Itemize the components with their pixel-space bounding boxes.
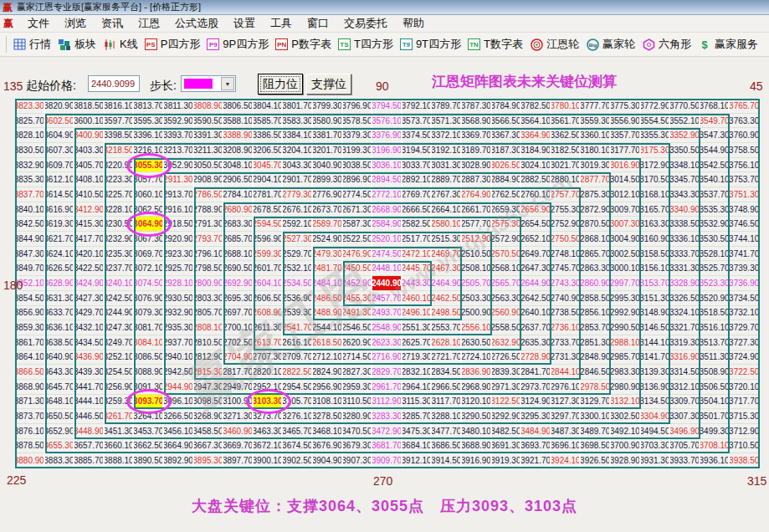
grid-cell: 3648.10 (45, 395, 75, 410)
menu-item-4[interactable]: 公式选股 (167, 16, 226, 31)
grid-cell: 3348.10 (670, 158, 700, 173)
grid-cell: 2452.90 (343, 276, 373, 291)
svg-text:Big: Big (588, 43, 597, 48)
toolbar-item-9[interactable]: 江恩轮 (530, 37, 579, 52)
grid-cell: 3734.50 (730, 291, 760, 306)
step-color-select[interactable]: ▼ (181, 75, 236, 92)
grid-cell: 3132.10 (611, 395, 641, 410)
toolbar-item-5[interactable]: PNP数字表 (275, 37, 331, 52)
toolbar-item-1[interactable]: 板块 (58, 37, 96, 52)
grid-cell: 2570.50 (492, 247, 522, 262)
grid-cell: 3141.70 (641, 350, 671, 366)
support-button[interactable]: 支撑位 (306, 74, 351, 95)
grid-cell: 3088.90 (134, 365, 164, 380)
grid-cell: 3105.70 (283, 395, 313, 410)
grid-cell: 3074.50 (134, 276, 164, 291)
menu-item-6[interactable]: 工具 (263, 16, 300, 31)
menu-item-0[interactable]: 文件 (20, 16, 57, 31)
grid-cell: 2541.70 (283, 320, 313, 335)
grid-cell: 3326.50 (670, 291, 700, 306)
grid-cell: 2870.50 (581, 217, 611, 232)
title-bar: 赢 赢家江恩专业版[赢家服务平台] - [价格正方形] (0, 0, 769, 15)
grid-cell: 3693.70 (521, 439, 551, 454)
grid-cell: 2788.90 (194, 202, 224, 217)
grid-cell: 3216.10 (134, 143, 164, 158)
grid-cell: 3016.90 (611, 158, 641, 173)
grid-cell: 2649.70 (521, 247, 551, 262)
grid-cell: 2462.50 (432, 291, 462, 306)
grid-cell: 3664.90 (164, 439, 194, 454)
grid-cell: 3746.50 (730, 217, 760, 232)
grid-cell: 3616.90 (45, 202, 75, 217)
grid-cell: 2697.70 (223, 306, 254, 321)
grid-cell: 2656.90 (521, 202, 551, 217)
toolbar-items: 行情板块K线PSP四方形P99P四方形PNP数字表TST四方形T99T四方形TN… (9, 37, 761, 52)
grid-cell: 3345.70 (670, 172, 700, 187)
resistance-button[interactable]: 阻力位 (258, 74, 303, 95)
grid-cell: 2923.30 (164, 247, 194, 262)
grid-cell: 3885.70 (74, 453, 105, 468)
start-price-input[interactable] (88, 75, 140, 92)
grid-cell: 2714.50 (343, 350, 373, 366)
toolbar-item-11[interactable]: 六角形 (642, 37, 691, 52)
toolbar-item-label: 板块 (74, 37, 96, 52)
grid-cell: 2577.70 (462, 217, 492, 232)
toolbar-item-4[interactable]: P99P四方形 (207, 37, 269, 52)
chevron-down-icon[interactable]: ▼ (221, 77, 234, 90)
grid-cell: 2498.50 (432, 306, 462, 321)
grid-cell: 3902.50 (283, 453, 313, 468)
grid-cell: 2884.90 (492, 172, 522, 187)
grid-cell: 2539.30 (283, 306, 313, 321)
grid-cell: 2928.10 (164, 276, 194, 291)
menu-item-1[interactable]: 浏览 (57, 16, 94, 31)
toolbar-item-7[interactable]: T99T四方形 (400, 37, 461, 52)
grid-cell: 2899.30 (313, 172, 343, 187)
grid-cell: 3820.90 (45, 99, 75, 114)
grid-cell: 3492.10 (611, 424, 641, 439)
badge-t9-icon: T9 (400, 38, 413, 50)
grid-cell: 3525.70 (700, 261, 731, 276)
grid-cell: 3804.10 (254, 99, 284, 114)
grid-cell: 3832.90 (15, 158, 45, 173)
toolbar-item-10[interactable]: Big赢家轮 (586, 37, 635, 52)
grid-cell: 2529.70 (283, 247, 313, 262)
grid-cell: 2592.10 (283, 217, 313, 232)
grid-cell: 3252.10 (105, 350, 135, 366)
grid-cell: 3372.10 (432, 128, 462, 143)
grid-cell: 2630.50 (462, 335, 492, 350)
menu-item-8[interactable]: 交易委托 (336, 16, 395, 31)
grid-cell: 2808.10 (194, 320, 224, 335)
grid-cell: 3856.90 (15, 306, 45, 321)
menu-item-3[interactable]: 江恩 (131, 16, 167, 31)
toolbar-item-0[interactable]: 行情 (13, 37, 51, 52)
grid-cell: 2966.50 (432, 380, 462, 395)
toolbar-item-12[interactable]: $赢家服务 (698, 37, 758, 52)
grid-cell: 2524.90 (313, 232, 343, 247)
grid-cell: 3566.50 (492, 114, 522, 129)
grid-cell: 2906.50 (223, 172, 254, 187)
grid-cell: 3273.70 (254, 409, 284, 424)
grid-cell: 2932.90 (164, 306, 194, 321)
toolbar-item-label: 行情 (29, 37, 51, 52)
menu-item-2[interactable]: 资讯 (94, 16, 131, 31)
grid-cell: 3811.30 (164, 99, 194, 114)
toolbar-item-label: P数字表 (291, 37, 331, 52)
toolbar-item-3[interactable]: PSP四方形 (145, 37, 201, 52)
menu-item-7[interactable]: 窗口 (300, 16, 336, 31)
toolbar-item-8[interactable]: TNT数字表 (468, 37, 523, 52)
grid-cell: 2992.90 (611, 306, 641, 321)
grid-cell: 3052.90 (164, 158, 194, 173)
grid-cell: 3532.90 (700, 217, 731, 232)
menu-item-9[interactable]: 帮助 (395, 16, 432, 31)
grid-cell: 3909.70 (372, 453, 402, 468)
menu-item-5[interactable]: 设置 (226, 16, 263, 31)
grid-cell: 3552.10 (670, 114, 700, 129)
grid-cell: 3528.10 (700, 247, 731, 262)
grid-cell: 2548.90 (372, 320, 402, 335)
angle-label-270: 270 (373, 474, 392, 488)
toolbar-item-2[interactable]: K线 (103, 37, 138, 52)
grid-cell: 3489.70 (581, 424, 611, 439)
grid-cell: 2743.30 (551, 276, 582, 291)
grid-cell: 3312.10 (670, 380, 700, 395)
toolbar-item-6[interactable]: TST四方形 (338, 37, 393, 52)
